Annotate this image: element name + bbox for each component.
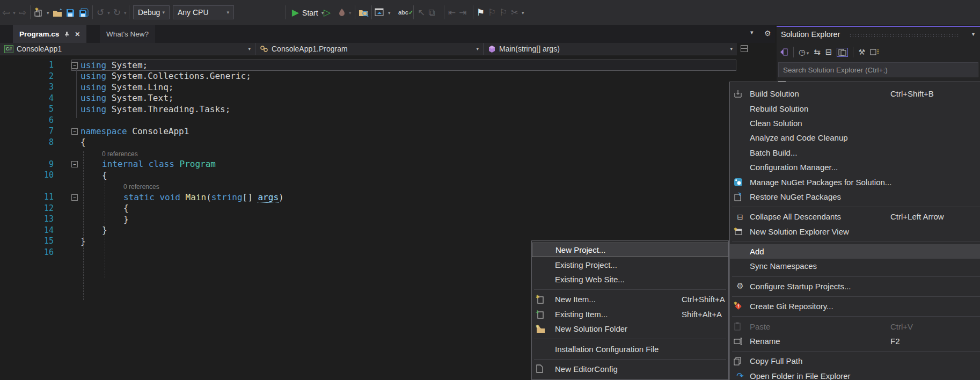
code-line-4[interactable]: 4using System.Text; (0, 93, 775, 104)
solution-configuration-dropdown[interactable]: Debug ▾ (133, 5, 170, 19)
spell-check-button[interactable]: abc✓ (398, 0, 413, 25)
chevron-down-icon: ▾ (124, 10, 127, 16)
context-menu-item-analyze-and-code-cleanup[interactable]: Analyze and Code Cleanup (730, 130, 980, 145)
code-line-13[interactable]: 13} (0, 214, 775, 225)
split-editor-icon[interactable] (741, 45, 748, 52)
previous-bookmark-icon: ⚐ (488, 8, 496, 17)
member-dropdown[interactable]: Main(string[] args) ▾ (484, 43, 737, 55)
preview-selected-items-icon[interactable] (837, 48, 848, 57)
codelens-references[interactable]: 0 references (0, 181, 775, 192)
properties-icon[interactable]: ⚒ (858, 48, 865, 56)
project-dropdown[interactable]: C# ConsoleApp1 ▾ (0, 43, 255, 55)
context-menu-item-batch-build[interactable]: Batch Build... (730, 145, 980, 160)
start-debug-button[interactable]: ▶ Start ▾ (292, 0, 324, 25)
code-line-8[interactable]: 8{ (0, 137, 775, 148)
switch-views-icon[interactable] (779, 48, 788, 56)
hot-reload-button[interactable]: ▾ (338, 0, 352, 25)
line-number: 14 (0, 225, 54, 235)
bookmark-buttons[interactable]: ⚑ ⚐ ⚐ ✂ ▾ (477, 0, 524, 25)
fold-margin (54, 236, 81, 247)
context-menu-item-configure-startup-projects[interactable]: ⚙Configure Startup Projects... (730, 279, 980, 294)
add-submenu-item-new-item[interactable]: ✱New Item...Ctrl+Shift+A (532, 292, 728, 306)
add-submenu-item-new-solution-folder[interactable]: ✱New Solution Folder (532, 321, 728, 336)
line-number: 10 (0, 170, 54, 180)
context-menu-item-sync-namespaces[interactable]: Sync Namespaces (730, 259, 980, 273)
save-all-button[interactable] (78, 0, 89, 25)
context-menu-item-build-solution[interactable]: Build SolutionCtrl+Shift+B (730, 86, 980, 101)
code-line-12[interactable]: 12{ (0, 203, 775, 214)
add-submenu-item-new-project[interactable]: New Project... (532, 243, 728, 257)
configuration-value: Debug (138, 8, 160, 17)
window-layout-button[interactable]: ▾ (375, 0, 391, 25)
code-line-3[interactable]: 3using System.Linq; (0, 82, 775, 93)
pending-changes-filter-icon[interactable]: ◷ ▾ (799, 48, 809, 56)
add-submenu-item-existing-web-site[interactable]: Existing Web Site... (532, 272, 728, 287)
context-menu-item-collapse-all-descendants[interactable]: ⊟Collapse All DescendantsCtrl+Left Arrow (730, 209, 980, 224)
context-menu-item-create-git-repository[interactable]: ✱Create Git Repository... (730, 299, 980, 313)
chevron-down-icon: ▾ (522, 10, 524, 16)
context-menu-item-copy-full-path[interactable]: Copy Full Path (730, 354, 980, 368)
panel-drag-grip[interactable] (849, 33, 959, 38)
code-line-11[interactable]: 11−static void Main(string[] args) (0, 192, 775, 203)
context-menu-item-clean-solution[interactable]: Clean Solution (730, 116, 980, 130)
navigate-back-button[interactable]: ⇦ ▾ ⇨ (2, 0, 26, 25)
add-submenu-item-new-editorconfig[interactable]: New EditorConfig (532, 362, 728, 376)
code-line-14[interactable]: 14} (0, 225, 775, 236)
fold-collapse-icon[interactable]: − (71, 161, 78, 167)
context-menu-item-configuration-manager[interactable]: Configuration Manager... (730, 160, 980, 174)
fold-collapse-icon[interactable]: − (71, 194, 78, 201)
add-submenu-item-existing-project[interactable]: Existing Project... (532, 257, 728, 272)
code-line-1[interactable]: 1−using System; (0, 60, 775, 71)
tab-list-chevron-icon[interactable]: ▾ (750, 29, 754, 36)
code-line-6[interactable]: 6 (0, 115, 775, 126)
context-menu-item-new-solution-explorer-view[interactable]: ✱New Solution Explorer View (730, 224, 980, 239)
add-submenu-item-existing-item[interactable]: +Existing Item...Shift+Alt+A (532, 307, 728, 321)
code-line-7[interactable]: 7−namespace ConsoleApp1 (0, 126, 775, 137)
context-menu-item-rename[interactable]: RenameF2 (730, 334, 980, 348)
show-all-files-icon[interactable] (870, 48, 880, 56)
copy-structure-icon: ⧉ (428, 8, 435, 17)
fold-collapse-icon[interactable]: − (71, 62, 78, 69)
menu-item-label: Paste (750, 322, 770, 331)
indent-buttons[interactable]: ⇤ ⇥ (448, 0, 467, 25)
line-number: 13 (0, 214, 54, 224)
context-menu-item-add[interactable]: Add (730, 244, 980, 259)
close-icon[interactable]: ✕ (75, 31, 80, 38)
add-submenu-item-installation-configuration-file[interactable]: Installation Configuration File (532, 341, 728, 356)
context-menu-item-open-folder-in-file-explorer[interactable]: ↷Open Folder in File Explorer (730, 369, 980, 380)
new-view-icon: ✱ (734, 227, 747, 236)
code-line-2[interactable]: 2using System.Collections.Generic; (0, 71, 775, 82)
pin-icon[interactable] (64, 31, 70, 38)
find-in-files-button[interactable] (359, 0, 369, 25)
fold-collapse-icon[interactable]: − (71, 128, 78, 135)
open-file-button[interactable] (53, 0, 63, 25)
menu-item-label: Batch Build... (750, 148, 797, 157)
code-line-5[interactable]: 5using System.Threading.Tasks; (0, 104, 775, 115)
collapse-all-icon[interactable]: ⊟ (825, 47, 832, 57)
sync-with-active-document-icon[interactable]: ⇆ (814, 47, 821, 57)
code-line-10[interactable]: 10{ (0, 170, 775, 181)
new-project-button[interactable]: ✱ ▾ (33, 0, 49, 25)
type-dropdown[interactable]: ConsoleApp1.Program ▾ (255, 43, 484, 55)
code-text: namespace ConsoleApp1 (81, 126, 775, 136)
run-without-debug-button[interactable]: ▷ (324, 0, 331, 25)
line-number: 11 (0, 192, 54, 202)
fold-margin (54, 137, 81, 148)
select-pointer-button[interactable]: ↖ ⧉ (418, 0, 435, 25)
undo-button[interactable]: ↺ ▾ ↻ ▾ (97, 0, 127, 25)
context-menu-item-restore-nuget-packages[interactable]: Restore NuGet Packages (730, 189, 980, 204)
panel-title: Solution Explorer (781, 30, 840, 39)
search-input[interactable]: Search Solution Explorer (Ctrl+;) (778, 62, 978, 77)
code-line-9[interactable]: 9−internal class Program (0, 159, 775, 170)
tab-program-cs[interactable]: Program.cs ✕ (13, 25, 86, 43)
chevron-down-icon: ▾ (730, 46, 733, 52)
gear-icon[interactable]: ⚙ (764, 29, 771, 38)
context-menu-item-manage-nuget-packages-for-solution[interactable]: Manage NuGet Packages for Solution... (730, 174, 980, 189)
chevron-down-icon[interactable]: ▾ (972, 31, 975, 37)
codelens-references[interactable]: 0 references (0, 148, 775, 159)
context-menu-item-rebuild-solution[interactable]: Rebuild Solution (730, 101, 980, 115)
tab-whats-new[interactable]: What's New? (100, 25, 155, 43)
solution-platform-dropdown[interactable]: Any CPU ▾ (173, 5, 234, 19)
document-tab-bar: Program.cs ✕ What's New? ▾ ⚙ (0, 25, 775, 43)
save-button[interactable] (65, 0, 75, 25)
